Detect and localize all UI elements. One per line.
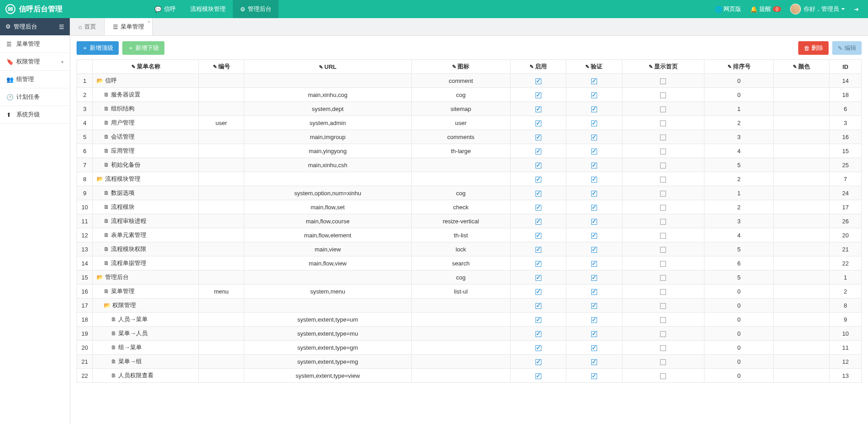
- cell-url[interactable]: main,imgroup: [244, 130, 412, 144]
- sidebar-item-0[interactable]: ☰菜单管理: [0, 35, 70, 53]
- cell-url[interactable]: system,extent,type=view: [244, 369, 412, 383]
- cell-name[interactable]: 流程模块权限: [93, 242, 199, 256]
- checkbox-icon[interactable]: [660, 359, 666, 365]
- cell-sort[interactable]: 0: [704, 355, 774, 369]
- sidebar-item-2[interactable]: 👥组管理: [0, 71, 70, 88]
- cell-code[interactable]: [199, 355, 244, 369]
- checkbox-icon[interactable]: [535, 359, 541, 365]
- checkbox-icon[interactable]: [591, 92, 597, 98]
- cell-color[interactable]: [773, 369, 829, 383]
- cell-code[interactable]: [199, 130, 244, 144]
- cell-code[interactable]: [199, 74, 244, 88]
- cell-url[interactable]: system,extent,type=mu: [244, 327, 412, 341]
- cell-code[interactable]: [199, 299, 244, 313]
- cell-home[interactable]: [622, 242, 704, 256]
- checkbox-icon[interactable]: [591, 275, 597, 281]
- table-row[interactable]: 13流程模块权限main,viewlock521: [77, 242, 862, 256]
- table-row[interactable]: 11流程审核进程main,flow,courseresize-vertical3…: [77, 214, 862, 228]
- cell-name[interactable]: 人员→菜单: [93, 313, 199, 327]
- cell-icon[interactable]: resize-vertical: [411, 214, 510, 228]
- bars-icon[interactable]: ☰: [59, 24, 64, 30]
- tab-0[interactable]: ⌂首页: [70, 18, 105, 35]
- cell-icon[interactable]: lock: [411, 242, 510, 256]
- checkbox-icon[interactable]: [535, 205, 541, 211]
- checkbox-icon[interactable]: [660, 275, 666, 281]
- checkbox-icon[interactable]: [535, 345, 541, 351]
- add-top-button[interactable]: ＋新增顶级: [77, 41, 119, 55]
- cell-code[interactable]: [199, 172, 244, 186]
- cell-home[interactable]: [622, 270, 704, 284]
- checkbox-icon[interactable]: [591, 163, 597, 169]
- checkbox-icon[interactable]: [591, 219, 597, 225]
- cell-icon[interactable]: [411, 341, 510, 355]
- cell-home[interactable]: [622, 158, 704, 172]
- cell-verify[interactable]: [566, 172, 622, 186]
- cell-sort[interactable]: 2: [704, 200, 774, 214]
- cell-home[interactable]: [622, 228, 704, 242]
- checkbox-icon[interactable]: [660, 191, 666, 197]
- cell-url[interactable]: system,dept: [244, 102, 412, 116]
- checkbox-icon[interactable]: [660, 233, 666, 239]
- cell-enable[interactable]: [510, 369, 566, 383]
- checkbox-icon[interactable]: [660, 149, 666, 154]
- cell-url[interactable]: system,admin: [244, 116, 412, 130]
- cell-url[interactable]: [244, 172, 412, 186]
- cell-verify[interactable]: [566, 228, 622, 242]
- checkbox-icon[interactable]: [535, 78, 541, 84]
- cell-color[interactable]: [773, 270, 829, 284]
- web-version-link[interactable]: 🌐 网页版: [710, 0, 746, 18]
- cell-home[interactable]: [622, 299, 704, 313]
- cell-enable[interactable]: [510, 256, 566, 270]
- checkbox-icon[interactable]: [591, 233, 597, 239]
- cell-name[interactable]: 流程模块: [93, 200, 199, 214]
- checkbox-icon[interactable]: [535, 177, 541, 183]
- cell-sort[interactable]: 2: [704, 116, 774, 130]
- cell-enable[interactable]: [510, 186, 566, 200]
- table-row[interactable]: 4用户管理usersystem,adminuser23: [77, 116, 862, 130]
- col-sort[interactable]: 排序号: [704, 60, 774, 74]
- checkbox-icon[interactable]: [535, 289, 541, 295]
- cell-code[interactable]: [199, 158, 244, 172]
- cell-enable[interactable]: [510, 88, 566, 102]
- cell-verify[interactable]: [566, 74, 622, 88]
- checkbox-icon[interactable]: [660, 303, 666, 309]
- cell-home[interactable]: [622, 341, 704, 355]
- cell-url[interactable]: [244, 74, 412, 88]
- cell-name[interactable]: 数据选项: [93, 186, 199, 200]
- cell-icon[interactable]: search: [411, 256, 510, 270]
- checkbox-icon[interactable]: [591, 78, 597, 84]
- cell-name[interactable]: 应用管理: [93, 144, 199, 158]
- cell-name[interactable]: 管理后台: [93, 270, 199, 284]
- checkbox-icon[interactable]: [591, 261, 597, 267]
- cell-verify[interactable]: [566, 284, 622, 299]
- checkbox-icon[interactable]: [535, 120, 541, 126]
- cell-name[interactable]: 信呼: [93, 74, 199, 88]
- table-row[interactable]: 17权限管理08: [77, 299, 862, 313]
- cell-verify[interactable]: [566, 116, 622, 130]
- checkbox-icon[interactable]: [660, 289, 666, 295]
- cell-code[interactable]: menu: [199, 284, 244, 299]
- tab-1[interactable]: ☰菜单管理×: [105, 18, 153, 35]
- cell-verify[interactable]: [566, 355, 622, 369]
- checkbox-icon[interactable]: [591, 205, 597, 211]
- cell-name[interactable]: 用户管理: [93, 116, 199, 130]
- cell-url[interactable]: system,menu: [244, 284, 412, 299]
- cell-home[interactable]: [622, 369, 704, 383]
- cell-url[interactable]: main,view: [244, 242, 412, 256]
- table-row[interactable]: 15管理后台cog51: [77, 270, 862, 284]
- cell-verify[interactable]: [566, 88, 622, 102]
- table-row[interactable]: 3组织结构system,deptsitemap16: [77, 102, 862, 116]
- cell-enable[interactable]: [510, 313, 566, 327]
- cell-color[interactable]: [773, 130, 829, 144]
- cell-sort[interactable]: 1: [704, 102, 774, 116]
- checkbox-icon[interactable]: [660, 120, 666, 126]
- cell-icon[interactable]: [411, 172, 510, 186]
- cell-color[interactable]: [773, 102, 829, 116]
- cell-enable[interactable]: [510, 355, 566, 369]
- cell-home[interactable]: [622, 172, 704, 186]
- remind-link[interactable]: 🔔 提醒0: [746, 0, 786, 18]
- checkbox-icon[interactable]: [660, 331, 666, 337]
- cell-enable[interactable]: [510, 341, 566, 355]
- cell-name[interactable]: 初始化备份: [93, 158, 199, 172]
- cell-color[interactable]: [773, 88, 829, 102]
